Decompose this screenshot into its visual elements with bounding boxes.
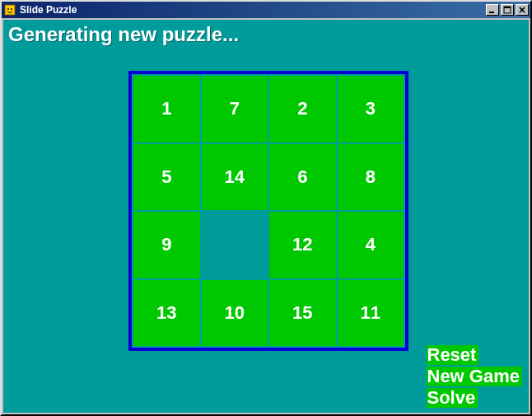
tile-label: 9 bbox=[161, 234, 171, 255]
maximize-button[interactable] bbox=[501, 4, 514, 16]
app-icon bbox=[3, 3, 16, 16]
svg-point-2 bbox=[11, 8, 12, 10]
tile-9[interactable]: 9 bbox=[133, 212, 200, 278]
tile-14[interactable]: 14 bbox=[202, 144, 268, 211]
puzzle-board: 172351468912413101511 bbox=[128, 71, 408, 351]
window-title: Slide Puzzle bbox=[20, 4, 484, 16]
tile-label: 4 bbox=[366, 234, 376, 255]
svg-point-1 bbox=[7, 8, 9, 10]
tile-label: 7 bbox=[230, 98, 240, 119]
tile-label: 13 bbox=[156, 302, 176, 324]
tile-12[interactable]: 12 bbox=[269, 212, 336, 278]
tile-10[interactable]: 10 bbox=[202, 280, 268, 347]
tile-11[interactable]: 11 bbox=[338, 280, 404, 347]
tile-7[interactable]: 7 bbox=[202, 76, 268, 143]
tile-3[interactable]: 3 bbox=[338, 76, 404, 143]
minimize-button[interactable] bbox=[486, 4, 499, 16]
tile-label: 2 bbox=[297, 98, 307, 119]
svg-rect-3 bbox=[489, 12, 494, 13]
tile-label: 11 bbox=[361, 302, 380, 324]
tile-label: 15 bbox=[292, 302, 312, 324]
tile-label: 5 bbox=[161, 166, 171, 188]
tile-13[interactable]: 13 bbox=[133, 280, 200, 347]
tile-label: 10 bbox=[225, 302, 245, 324]
close-button[interactable] bbox=[516, 4, 529, 16]
status-message: Generating new puzzle... bbox=[8, 23, 239, 46]
tile-8[interactable]: 8 bbox=[338, 144, 404, 211]
tile-15[interactable]: 15 bbox=[269, 280, 336, 347]
new-game-button[interactable]: New Game bbox=[427, 367, 523, 386]
tile-6[interactable]: 6 bbox=[269, 144, 336, 211]
empty-tile bbox=[202, 212, 268, 278]
tile-label: 12 bbox=[292, 234, 312, 255]
window-controls bbox=[484, 4, 529, 16]
tile-label: 6 bbox=[297, 166, 307, 188]
tile-2[interactable]: 2 bbox=[269, 76, 336, 143]
svg-rect-5 bbox=[504, 7, 511, 8]
titlebar: Slide Puzzle bbox=[2, 2, 530, 18]
tile-5[interactable]: 5 bbox=[133, 144, 200, 211]
reset-button[interactable]: Reset bbox=[427, 345, 479, 365]
tile-label: 8 bbox=[366, 166, 376, 188]
solve-button[interactable]: Solve bbox=[427, 388, 478, 408]
controls-panel: Reset New Game Solve bbox=[427, 345, 523, 408]
tile-label: 1 bbox=[161, 98, 171, 119]
tile-1[interactable]: 1 bbox=[133, 76, 200, 143]
app-window: Slide Puzzle Generating new puzzle... 17… bbox=[0, 0, 532, 416]
tile-4[interactable]: 4 bbox=[338, 212, 404, 278]
tile-label: 3 bbox=[366, 98, 376, 119]
svg-rect-0 bbox=[5, 5, 15, 15]
game-area: Generating new puzzle... 172351468912413… bbox=[3, 20, 529, 413]
tile-label: 14 bbox=[225, 166, 245, 188]
